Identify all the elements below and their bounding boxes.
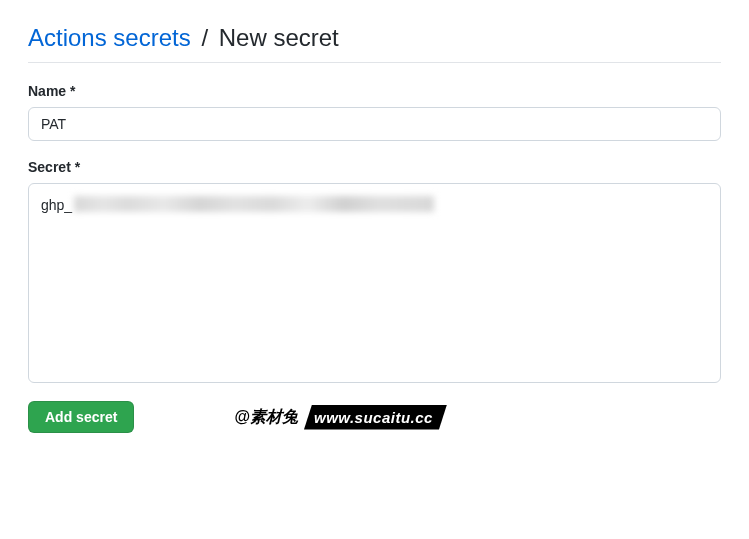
name-field-group: Name * xyxy=(28,83,721,141)
add-secret-button[interactable]: Add secret xyxy=(28,401,134,433)
page-title: Actions secrets / New secret xyxy=(28,24,721,63)
secret-label: Secret * xyxy=(28,159,721,175)
breadcrumb-link[interactable]: Actions secrets xyxy=(28,24,191,51)
watermark-url: www.sucaitu.cc xyxy=(304,405,447,430)
secret-content: ghp_ xyxy=(41,194,708,215)
watermark-handle: @素材兔 xyxy=(234,407,304,428)
name-label: Name * xyxy=(28,83,721,99)
watermark: @素材兔 www.sucaitu.cc xyxy=(234,405,447,430)
breadcrumb-separator: / xyxy=(197,24,212,51)
name-input[interactable] xyxy=(28,107,721,141)
secret-textarea[interactable]: ghp_ xyxy=(28,183,721,383)
footer-row: Add secret @素材兔 www.sucaitu.cc xyxy=(28,401,721,433)
breadcrumb-current: New secret xyxy=(219,24,339,51)
secret-field-group: Secret * ghp_ xyxy=(28,159,721,383)
secret-value-prefix: ghp_ xyxy=(41,194,72,215)
secret-value-redacted xyxy=(74,196,434,212)
